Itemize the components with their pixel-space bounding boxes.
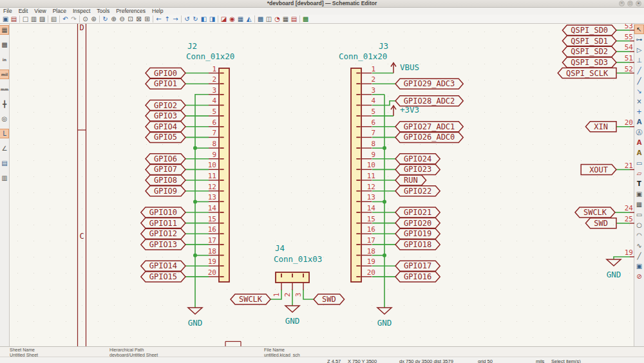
gnd-symbol[interactable]: GND bbox=[188, 308, 203, 328]
menu-tools[interactable]: Tools bbox=[93, 8, 113, 15]
menu-file[interactable]: File bbox=[0, 8, 15, 15]
global-label-icon[interactable]: A bbox=[635, 138, 643, 147]
print-icon[interactable]: ▥ bbox=[30, 15, 38, 23]
connector-J4[interactable]: 123J4Conn_01x03 bbox=[272, 243, 322, 297]
global-label-GPIO10[interactable]: GPIO10 bbox=[141, 207, 185, 218]
units-inches-icon[interactable]: in bbox=[0, 55, 8, 64]
maximize-button[interactable]: □ bbox=[627, 1, 633, 6]
bom-icon[interactable]: ▦ bbox=[281, 15, 290, 23]
global-label-GPIO20[interactable]: GPIO20 bbox=[395, 218, 440, 228]
global-label-RUN[interactable]: RUN bbox=[395, 175, 426, 185]
draw-wire-icon[interactable]: ╱ bbox=[635, 66, 643, 75]
sim-icon[interactable]: ◔ bbox=[273, 15, 281, 23]
find-icon[interactable]: ⊙ bbox=[81, 15, 90, 23]
nav-back-icon[interactable]: ← bbox=[155, 15, 163, 23]
zoom-out-icon[interactable]: ⊖ bbox=[118, 15, 126, 23]
find-replace-icon[interactable]: ⊛ bbox=[90, 15, 98, 23]
global-label-GPIO13[interactable]: GPIO13 bbox=[141, 239, 185, 250]
global-label-GPIO29_ADC3[interactable]: GPIO29_ADC3 bbox=[395, 79, 463, 89]
table-tool-icon[interactable]: ▦ bbox=[635, 200, 643, 209]
global-label-XOUT[interactable]: XOUT bbox=[581, 165, 616, 175]
global-label-GPIO17[interactable]: GPIO17 bbox=[395, 261, 440, 271]
junction[interactable] bbox=[193, 254, 197, 257]
junction[interactable] bbox=[193, 200, 197, 203]
highlight-net-icon[interactable]: ⊶ bbox=[635, 35, 643, 44]
global-label-QSPI_SCLK[interactable]: QSPI_SCLK bbox=[558, 68, 616, 79]
junction[interactable] bbox=[383, 254, 386, 257]
global-label-GPIO2[interactable]: GPIO2 bbox=[146, 100, 185, 111]
rectangle-tool-icon[interactable]: ▭ bbox=[635, 210, 643, 219]
hierarchical-sheet-icon[interactable]: ▭ bbox=[635, 159, 643, 167]
hierarchy-navigator-icon[interactable]: ▤ bbox=[0, 159, 8, 167]
global-label-SWD[interactable]: SWD bbox=[585, 218, 616, 228]
open-pcb-editor-icon[interactable]: ▩ bbox=[301, 15, 310, 23]
place-symbol-icon[interactable]: ▷ bbox=[635, 46, 643, 54]
select-tool-icon[interactable]: ↖ bbox=[635, 25, 643, 33]
free-angle-icon[interactable]: ∠ bbox=[0, 144, 8, 153]
global-label-GPIO14[interactable]: GPIO14 bbox=[141, 261, 185, 271]
delete-tool-icon[interactable]: ⊘ bbox=[635, 272, 643, 281]
zoom-selection-icon[interactable]: ⊞ bbox=[143, 15, 151, 23]
minimize-button[interactable]: − bbox=[619, 1, 625, 6]
connector-J2[interactable]: 1234567891011121314151617181920J2Conn_01… bbox=[186, 41, 234, 282]
global-label-GPIO6[interactable]: GPIO6 bbox=[146, 154, 185, 164]
nav-forward-icon[interactable]: → bbox=[171, 15, 180, 23]
global-label-GPIO23[interactable]: GPIO23 bbox=[395, 164, 440, 174]
sheet-pin-icon[interactable]: ▱ bbox=[635, 169, 643, 178]
no-connect-icon[interactable]: × bbox=[635, 97, 643, 106]
global-label-GPIO26_ADC0[interactable]: GPIO26_ADC0 bbox=[395, 132, 463, 142]
global-label-GPIO21[interactable]: GPIO21 bbox=[395, 207, 440, 218]
menu-inspect[interactable]: Inspect bbox=[70, 8, 93, 15]
arc-tool-icon[interactable]: ◠ bbox=[635, 231, 643, 239]
global-label-GPIO11[interactable]: GPIO11 bbox=[141, 218, 185, 228]
global-label-QSPI_SD2[interactable]: QSPI_SD2 bbox=[562, 46, 616, 57]
global-label-QSPI_SD1[interactable]: QSPI_SD1 bbox=[562, 36, 616, 46]
power-symbol-VBUS[interactable]: VBUS bbox=[391, 62, 419, 73]
image-tool-icon[interactable]: ▣ bbox=[635, 262, 643, 270]
bezier-tool-icon[interactable]: ∿ bbox=[635, 241, 643, 250]
junction[interactable] bbox=[193, 146, 197, 150]
gnd-symbol[interactable]: GND bbox=[285, 306, 300, 326]
mirror-v-icon[interactable]: ◨ bbox=[208, 15, 216, 23]
menu-place[interactable]: Place bbox=[50, 8, 70, 15]
global-label-QSPI_SD0[interactable]: QSPI_SD0 bbox=[562, 25, 616, 35]
rotate-ccw-icon[interactable]: ↺ bbox=[183, 15, 191, 23]
junction-tool-icon[interactable]: + bbox=[635, 107, 643, 116]
undo-icon[interactable]: ↶ bbox=[61, 15, 70, 23]
directive-label-icon[interactable]: Ⓐ bbox=[635, 128, 643, 136]
hidden-pins-icon[interactable]: ◎ bbox=[0, 115, 8, 123]
new-sheet-icon[interactable]: □ bbox=[21, 15, 30, 23]
plot-icon[interactable]: ▨ bbox=[38, 15, 46, 23]
paste-icon[interactable]: ▧ bbox=[50, 15, 58, 23]
menu-view[interactable]: View bbox=[31, 8, 49, 15]
units-mils-icon[interactable]: mil bbox=[0, 70, 8, 79]
wire[interactable] bbox=[303, 290, 314, 299]
line-tool-icon[interactable]: ╱ bbox=[635, 252, 643, 260]
menu-help[interactable]: Help bbox=[149, 8, 166, 15]
place-power-port-icon[interactable]: ⊥ bbox=[635, 56, 643, 64]
schematic-canvas[interactable]: DCGPIO0GPIO1GPIO2GPIO3GPIO4GPIO5GPIO6GPI… bbox=[10, 24, 634, 346]
mirror-h-icon[interactable]: ◧ bbox=[200, 15, 208, 23]
global-label-GPIO15[interactable]: GPIO15 bbox=[141, 272, 185, 282]
refresh-icon[interactable]: ↻ bbox=[101, 15, 109, 23]
global-label-GPIO7[interactable]: GPIO7 bbox=[146, 164, 185, 174]
redo-icon[interactable]: ↷ bbox=[70, 15, 78, 23]
text-tool-icon[interactable]: T bbox=[635, 180, 643, 188]
global-label-GPIO19[interactable]: GPIO19 bbox=[395, 228, 440, 239]
global-label-SWD[interactable]: SWD bbox=[314, 294, 345, 304]
global-label-GPIO1[interactable]: GPIO1 bbox=[146, 79, 185, 89]
gnd-symbol[interactable]: GND bbox=[377, 308, 392, 328]
global-label-SWCLK[interactable]: SWCLK bbox=[231, 294, 270, 304]
draw-bus-icon[interactable]: ╱ bbox=[635, 77, 643, 85]
global-label-GPIO8[interactable]: GPIO8 bbox=[146, 175, 185, 185]
menu-preferences[interactable]: Preferences bbox=[113, 8, 149, 15]
bus-entry-icon[interactable]: ↘ bbox=[635, 87, 643, 95]
grid-overrides-icon[interactable]: ▩ bbox=[0, 41, 8, 49]
global-label-QSPI_SD3[interactable]: QSPI_SD3 bbox=[562, 57, 616, 68]
global-label-GPIO24[interactable]: GPIO24 bbox=[395, 154, 440, 164]
gnd-symbol[interactable]: GND bbox=[607, 259, 621, 279]
grid-visibility-icon[interactable]: ▦ bbox=[0, 26, 8, 34]
circle-tool-icon[interactable]: ○ bbox=[635, 221, 643, 229]
global-label-GPIO3[interactable]: GPIO3 bbox=[146, 111, 185, 121]
global-label-GPIO22[interactable]: GPIO22 bbox=[395, 186, 440, 196]
